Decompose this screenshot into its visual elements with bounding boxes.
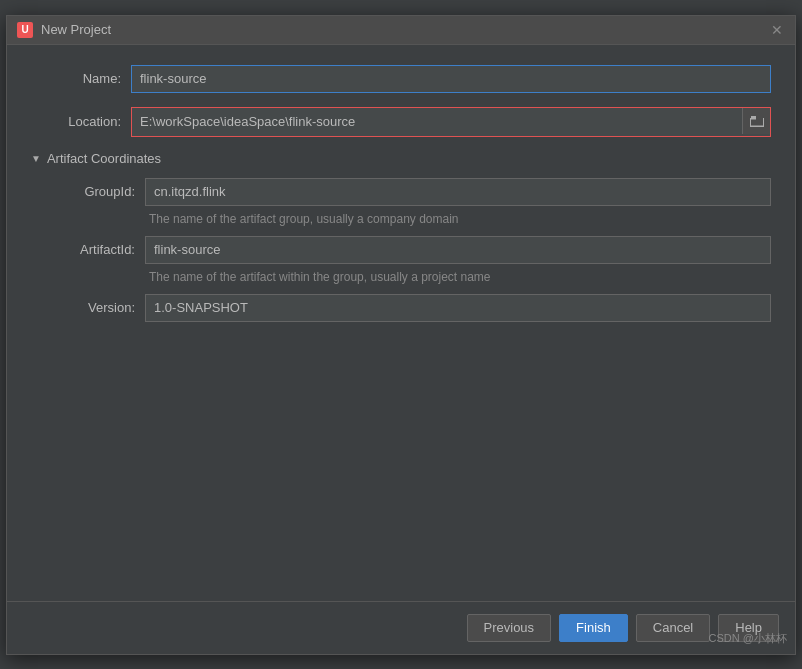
version-input[interactable]	[145, 294, 771, 322]
browse-button[interactable]	[742, 108, 770, 134]
cancel-button[interactable]: Cancel	[636, 614, 710, 642]
artifact-section-header[interactable]: ▼ Artifact Coordinates	[31, 151, 771, 166]
location-row: Location:	[31, 107, 771, 137]
finish-button[interactable]: Finish	[559, 614, 628, 642]
artifactid-helper: The name of the artifact within the grou…	[45, 270, 771, 284]
artifact-section-body: GroupId: The name of the artifact group,…	[31, 178, 771, 322]
groupid-row: GroupId:	[45, 178, 771, 206]
version-label: Version:	[45, 300, 135, 315]
groupid-helper: The name of the artifact group, usually …	[45, 212, 771, 226]
dialog-title: New Project	[41, 22, 761, 37]
svg-rect-2	[750, 125, 764, 127]
dialog-content: Name: Location:	[7, 45, 795, 601]
name-label: Name:	[31, 71, 121, 86]
version-row: Version:	[45, 294, 771, 322]
app-icon: U	[17, 22, 33, 38]
svg-rect-4	[751, 116, 756, 118]
artifact-section-label: Artifact Coordinates	[47, 151, 161, 166]
close-button[interactable]: ✕	[769, 22, 785, 38]
new-project-dialog: U New Project ✕ Name: Location:	[6, 15, 796, 655]
artifactid-row: ArtifactId:	[45, 236, 771, 264]
location-label: Location:	[31, 114, 121, 129]
location-input[interactable]	[132, 108, 742, 136]
name-row: Name:	[31, 65, 771, 93]
groupid-input[interactable]	[145, 178, 771, 206]
svg-rect-3	[763, 118, 764, 126]
location-input-wrap	[131, 107, 771, 137]
groupid-label: GroupId:	[45, 184, 135, 199]
svg-rect-1	[750, 118, 751, 126]
artifact-section: ▼ Artifact Coordinates GroupId: The name…	[31, 151, 771, 322]
watermark: CSDN @小林杯	[709, 631, 787, 646]
name-input[interactable]	[131, 65, 771, 93]
dialog-footer: Previous Finish Cancel Help	[7, 601, 795, 654]
artifactid-input[interactable]	[145, 236, 771, 264]
collapse-triangle-icon: ▼	[31, 153, 41, 164]
title-bar: U New Project ✕	[7, 16, 795, 45]
artifactid-label: ArtifactId:	[45, 242, 135, 257]
previous-button[interactable]: Previous	[467, 614, 552, 642]
